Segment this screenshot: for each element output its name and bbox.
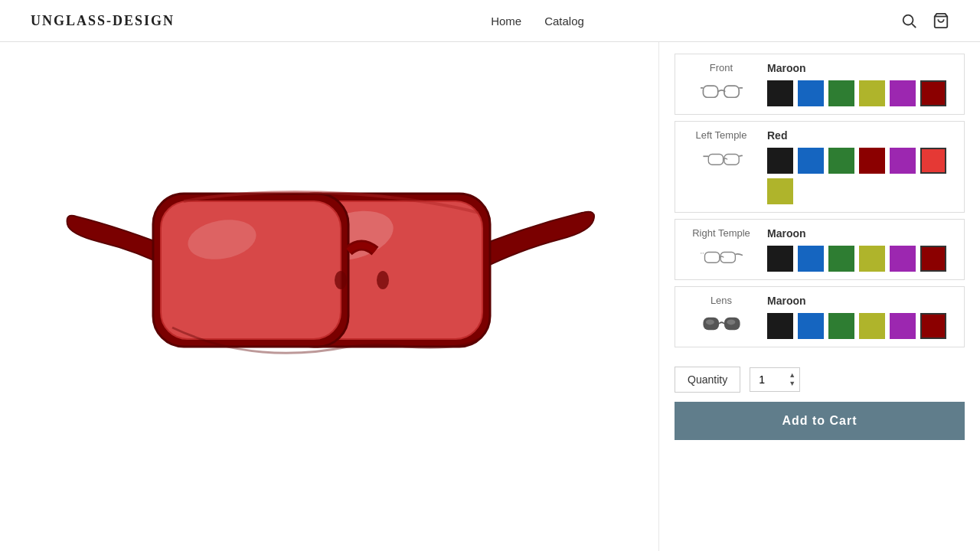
section-right-temple: Right Temple Maroon [675, 219, 965, 280]
section-label-area-right-temple: Right Temple [683, 227, 760, 271]
site-header: UNGLASS-DESIGN Home Catalog [0, 0, 980, 42]
section-front: Front Maroon [675, 54, 965, 115]
section-label-area-lens: Lens [683, 295, 760, 338]
config-panel: Front MaroonLeft Temple RedRight Temple … [658, 42, 980, 551]
swatch-left-temple-maroon[interactable] [859, 148, 885, 174]
section-icon-lens [701, 312, 743, 338]
header-icons [900, 12, 949, 29]
section-label-left-temple: Left Temple [696, 129, 747, 142]
selected-color-name-right-temple: Maroon [767, 227, 956, 240]
section-icon-front [701, 80, 743, 106]
svg-point-0 [903, 15, 913, 25]
svg-rect-16 [724, 154, 738, 165]
swatch-front-maroon[interactable] [920, 80, 946, 106]
quantity-input-wrap: ▲ ▼ [750, 367, 800, 392]
swatch-right-temple-purple[interactable] [890, 246, 916, 272]
swatch-lens-blue[interactable] [798, 313, 824, 339]
swatch-front-blue[interactable] [798, 80, 824, 106]
quantity-row: Quantity ▲ ▼ [675, 367, 965, 393]
section-label-front: Front [710, 62, 733, 75]
swatch-left-temple-yellow-green[interactable] [767, 178, 793, 204]
quantity-arrows: ▲ ▼ [785, 370, 799, 390]
svg-rect-19 [720, 252, 735, 262]
nav-catalog[interactable]: Catalog [544, 15, 584, 28]
swatch-lens-green[interactable] [828, 313, 854, 339]
selected-color-name-lens: Maroon [767, 295, 956, 307]
svg-point-24 [727, 319, 735, 324]
svg-line-1 [912, 24, 916, 28]
svg-point-9 [335, 271, 347, 289]
swatch-front-black[interactable] [767, 80, 793, 106]
quantity-up-button[interactable]: ▲ [788, 371, 796, 380]
svg-rect-18 [704, 252, 719, 262]
quantity-label: Quantity [675, 367, 740, 393]
swatch-front-purple[interactable] [890, 80, 916, 106]
nav-home[interactable]: Home [491, 15, 521, 28]
svg-rect-11 [703, 86, 717, 97]
section-left-temple: Left Temple Red [675, 121, 965, 213]
swatch-right-temple-green[interactable] [828, 246, 854, 272]
swatch-front-yellow-green[interactable] [859, 80, 885, 106]
section-colors-front: Maroon [760, 62, 956, 106]
swatches-left-temple [767, 148, 956, 204]
section-lens: Lens Maroon [675, 286, 965, 347]
swatch-right-temple-maroon[interactable] [920, 246, 946, 272]
swatches-right-temple [767, 246, 956, 272]
swatch-lens-yellow-green[interactable] [859, 313, 885, 339]
add-to-cart-button[interactable]: Add to Cart [675, 402, 965, 440]
section-label-right-temple: Right Temple [692, 227, 750, 240]
swatch-left-temple-green[interactable] [828, 148, 854, 174]
swatches-lens [767, 313, 956, 339]
site-logo: UNGLASS-DESIGN [31, 13, 175, 29]
swatch-right-temple-blue[interactable] [798, 246, 824, 272]
main-nav: Home Catalog [491, 15, 584, 28]
svg-point-10 [377, 271, 389, 289]
svg-point-23 [705, 319, 714, 324]
swatch-left-temple-red[interactable] [920, 148, 946, 174]
product-image-area [0, 42, 658, 551]
swatches-front [767, 80, 956, 106]
selected-color-name-left-temple: Red [767, 129, 956, 142]
search-icon[interactable] [900, 12, 917, 29]
swatch-right-temple-black[interactable] [767, 246, 793, 272]
svg-rect-15 [708, 154, 723, 165]
swatch-left-temple-purple[interactable] [890, 148, 916, 174]
main-content: Front MaroonLeft Temple RedRight Temple … [0, 42, 980, 551]
section-colors-lens: Maroon [760, 295, 956, 339]
cart-icon[interactable] [933, 12, 949, 29]
section-label-area-left-temple: Left Temple [683, 129, 760, 173]
sunglasses-svg [61, 75, 597, 496]
swatch-front-green[interactable] [828, 80, 854, 106]
swatch-lens-purple[interactable] [890, 313, 916, 339]
swatch-left-temple-black[interactable] [767, 148, 793, 174]
section-icon-right-temple [701, 245, 743, 271]
sunglasses-3d-view [61, 75, 597, 519]
section-icon-left-temple [701, 147, 743, 173]
bottom-controls: Quantity ▲ ▼ Add to Cart [675, 359, 965, 448]
swatch-lens-maroon[interactable] [920, 313, 946, 339]
section-colors-left-temple: Red [760, 129, 956, 204]
swatch-right-temple-yellow-green[interactable] [859, 246, 885, 272]
section-label-area-front: Front [683, 62, 760, 106]
section-label-lens: Lens [710, 295, 732, 308]
svg-rect-7 [161, 201, 341, 339]
swatch-left-temple-blue[interactable] [798, 148, 824, 174]
quantity-down-button[interactable]: ▼ [788, 380, 796, 388]
selected-color-name-front: Maroon [767, 62, 956, 74]
svg-rect-12 [724, 86, 738, 97]
section-colors-right-temple: Maroon [760, 227, 956, 272]
swatch-lens-black[interactable] [767, 313, 793, 339]
quantity-input[interactable] [750, 368, 785, 391]
